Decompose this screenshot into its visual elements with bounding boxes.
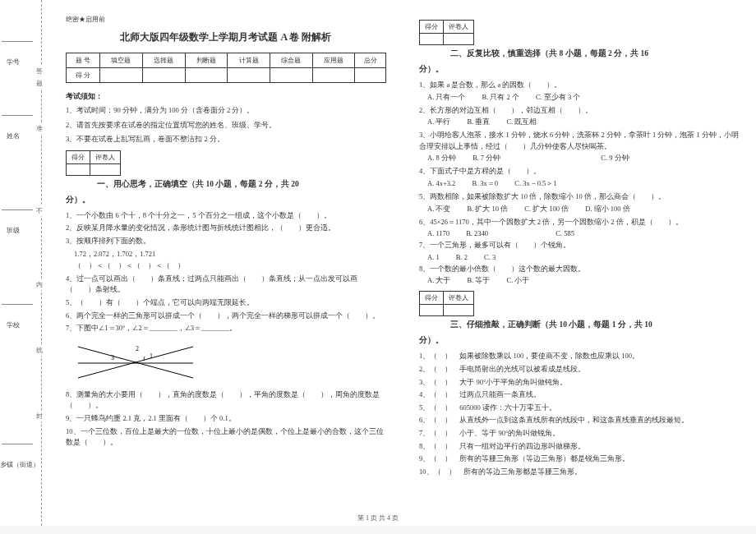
score-cell <box>228 68 270 83</box>
opt: C. 585 <box>555 229 574 237</box>
score-table: 题 号 填空题 选择题 判断题 计算题 综合题 应用题 总分 得 分 <box>66 53 386 83</box>
s2-q6-opts: A. 1170 B. 2340 C. 585 <box>427 229 740 237</box>
table-row: 得 分 <box>67 68 386 83</box>
label-town: 乡镇（街道） <box>0 460 39 469</box>
s2-q1-opts: A. 只有一个 B. 只有 2 个 C. 至少有 3 个 <box>427 93 740 103</box>
s2-q4: 4、下面式子中是方程的是（ ）。 <box>419 166 740 177</box>
opt: A. 1170 <box>427 229 449 237</box>
opt: A. 8 分钟 <box>427 154 456 163</box>
opt: C. 3x－0.5＞1 <box>514 179 556 189</box>
opt: A. 平行 <box>427 117 450 127</box>
s1-q6: 6、两个完全一样的三角形可以拼成一个（ ），两个完全一样的梯形可以拼成一个（ ）… <box>66 311 386 322</box>
s3-q7: 7、（ ） 小于、等于 90°的角叫做锐角。 <box>419 428 740 440</box>
section3-tail: 分）。 <box>419 335 740 346</box>
s1-q1: 1、一个小数由 6 个十，8 个十分之一，5 个百分之一组成，这个小数是（ ）。 <box>66 210 386 222</box>
s3-q6: 6、（ ） 从直线外一点到这条直线所有的线段中，和这条直线垂直的线段最短。 <box>419 415 740 426</box>
mini-c2: 评卷人 <box>444 21 474 34</box>
s3-q5: 5、（ ） 605000 读作：六十万零五十。 <box>419 403 740 414</box>
section3-heading: 三、仔细推敲，正确判断（共 10 小题，每题 1 分，共 10 <box>419 320 740 330</box>
mini-score-table: 得分评卷人 <box>66 150 121 176</box>
binding-char-4: 不 <box>36 205 43 216</box>
binding-char-1: 答 <box>36 66 43 76</box>
mini-blank <box>444 305 474 316</box>
field-town <box>2 444 33 444</box>
s2-q7-opts: A. 1 B. 2 C. 3 <box>427 253 740 261</box>
label-student-id: 学号 <box>7 58 20 67</box>
svg-text:2: 2 <box>136 345 139 352</box>
opt: C. 小于 <box>507 276 530 286</box>
binding-char-3: 准 <box>36 123 43 134</box>
opt: B. 2 <box>456 253 468 261</box>
mini-c2: 评卷人 <box>90 150 121 163</box>
label-school: 学校 <box>7 320 20 329</box>
binding-margin: 学号 姓名 班级 学校 乡镇（街道） 答 题 准 不 内 线 封 <box>0 0 49 526</box>
s2-q8-opts: A. 大于 B. 等于 C. 小于 <box>427 276 740 286</box>
secret-mark: 绝密★启用前 <box>66 15 386 24</box>
opt: A. 1 <box>427 253 440 261</box>
score-head-4: 计算题 <box>228 53 270 68</box>
s1-q10: 10、一个三位数，百位上是最大的一位数，十位上最小的是偶数，个位上是最小的合数，… <box>66 426 386 449</box>
score-head-5: 综合题 <box>270 53 312 68</box>
s1-q3-blank: （ ）＜（ ）＜（ ）＜（ ） <box>74 260 386 272</box>
score-cell <box>312 68 355 83</box>
s1-q9: 9、一只蜂鸟约重 2.1 克，2.1 里面有（ ）个 0.1。 <box>66 413 386 425</box>
s2-q5-opts: A. 不变 B. 扩大 10 倍 C. 扩大 100 倍 D. 缩小 100 倍 <box>427 205 740 214</box>
s2-q7: 7、一个三角形，最多可以有（ ）个锐角。 <box>419 240 740 251</box>
mini-blank <box>420 34 444 45</box>
s2-q6: 6、45×26＝1170，其中一个因数扩大 2 倍，另一个因数缩小 2 倍，积是… <box>419 217 740 228</box>
s2-q4-opts: A. 4x+3.2 B. 3x＝0 C. 3x－0.5＞1 <box>427 179 740 189</box>
mini-c1: 得分 <box>420 292 444 305</box>
score-row2-head: 得 分 <box>67 68 100 83</box>
s1-q7: 7、下图中∠1＝30°，∠2＝________，∠3＝________。 <box>66 323 386 334</box>
content-columns: 绝密★启用前 北师大版四年级数学上学期月考试题 A 卷 附解析 题 号 填空题 … <box>49 0 756 526</box>
opt: C. 既互相 <box>507 117 537 127</box>
opt: A. 4x+3.2 <box>427 179 455 187</box>
mini-blank <box>444 34 474 45</box>
s3-q8: 8、（ ） 只有一组对边平行的四边形叫做梯形。 <box>419 441 740 453</box>
score-cell <box>270 68 312 83</box>
opt: B. 扩大 10 倍 <box>468 205 509 214</box>
section2-heading: 二、反复比较，慎重选择（共 8 小题，每题 2 分，共 16 <box>419 48 740 59</box>
mini-c2: 评卷人 <box>444 292 474 305</box>
opt: C. 扩大 100 倍 <box>524 205 569 214</box>
right-column: 得分评卷人 二、反复比较，慎重选择（共 8 小题，每题 2 分，共 16 分）。… <box>403 0 756 526</box>
score-cell <box>142 68 185 83</box>
opt: B. 等于 <box>468 276 491 286</box>
score-cell <box>100 68 143 83</box>
s3-q9: 9、（ ） 所有的等腰三角形（等边三角形）都是锐角三角形。 <box>419 453 740 465</box>
binding-char-7: 封 <box>36 411 43 421</box>
mini-score-table-3: 得分评卷人 <box>419 291 474 316</box>
s2-q1: 1、如果 a 是合数，那么 a 的因数（ ）。 <box>419 80 740 91</box>
opt: B. 3x＝0 <box>472 179 498 189</box>
score-head-1: 填空题 <box>100 53 143 68</box>
s1-q4: 4、过一点可以画出（ ）条直线；过两点只能画出（ ）条直线；从一点出发可以画（ … <box>66 274 386 296</box>
opt: D. 缩小 100 倍 <box>585 205 629 214</box>
s1-q3: 3、按顺序排列下面的数。 <box>66 236 386 247</box>
s3-q2: 2、（ ） 手电筒射出的光线可以被看成是线段。 <box>419 364 740 375</box>
binding-char-5: 内 <box>36 279 43 290</box>
label-name: 姓名 <box>7 131 20 140</box>
opt: C. 至少有 3 个 <box>536 93 580 103</box>
score-cell <box>355 68 386 83</box>
s1-q3-nums: 1.72，2.072，1.702，1.721 <box>74 249 386 260</box>
s1-q8: 8、测量角的大小要用（ ），直角的度数是（ ），平角的度数是（ ），周角的度数是… <box>66 389 386 412</box>
notice-item: 3、不要在试卷上乱写乱画，卷面不整洁扣 2 分。 <box>66 134 386 145</box>
score-head-0: 题 号 <box>67 53 100 68</box>
s3-q1: 1、（ ） 如果被除数乘以 100，要使商不变，除数也应乘以 100。 <box>419 351 740 362</box>
table-row: 题 号 填空题 选择题 判断题 计算题 综合题 应用题 总分 <box>67 53 386 68</box>
opt: A. 不变 <box>427 205 450 214</box>
opt: C. 9 分钟 <box>601 154 629 163</box>
section2-tail: 分）。 <box>419 64 740 75</box>
opt: B. 只有 2 个 <box>482 93 519 103</box>
s2-q3: 3、小明给客人泡茶，接水 1 分钟，烧水 6 分钟，洗茶杯 2 分钟，拿茶叶 1… <box>419 130 740 152</box>
mini-c1: 得分 <box>67 150 90 163</box>
section1-tail: 分）。 <box>66 195 386 205</box>
mini-c1: 得分 <box>420 21 444 34</box>
field-school <box>2 304 33 305</box>
mini-score-table-2: 得分评卷人 <box>419 20 474 45</box>
s2-q5: 5、两数相除，如果被除数扩大 10 倍，除数缩小 10 倍，那么商会（ ）。 <box>419 191 740 203</box>
opt: B. 2340 <box>466 229 488 237</box>
score-head-2: 选择题 <box>142 53 185 68</box>
s2-q3-opts: A. 8 分钟 B. 7 分钟 C. 9 分钟 <box>427 154 740 163</box>
svg-text:1: 1 <box>150 352 153 360</box>
